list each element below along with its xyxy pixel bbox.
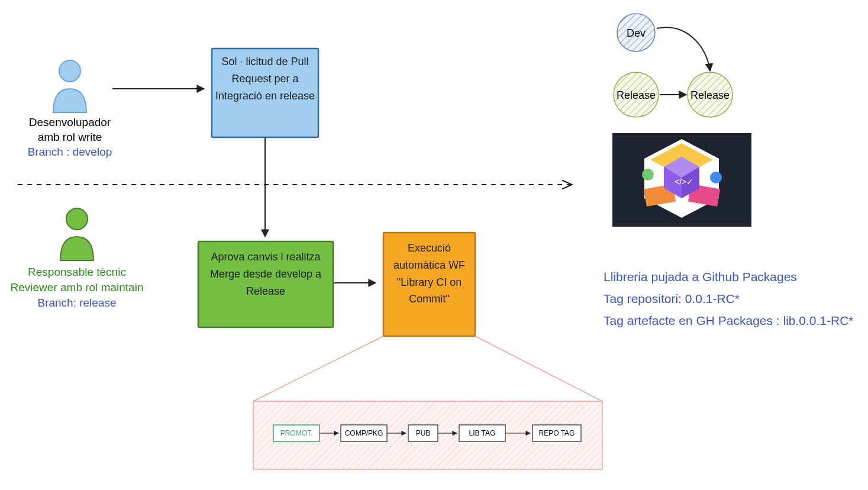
reviewer-actor <box>60 208 93 260</box>
branch-dev-label: Dev <box>627 27 646 39</box>
pr-request-text: Sol · licitud de Pull Request per a Inte… <box>215 53 315 104</box>
zoom-line-left <box>253 336 383 401</box>
pipeline-step-4: LIB TAG <box>469 429 496 437</box>
svg-text:✓: ✓ <box>686 177 693 186</box>
svg-point-8 <box>66 208 88 230</box>
svg-point-6 <box>59 60 80 82</box>
reviewer-subtitle: Reviewer amb rol maintain <box>11 281 144 294</box>
pipeline-step-1: PROMOT. <box>280 429 313 437</box>
developer-branch: Branch : develop <box>28 146 112 158</box>
svg-point-30 <box>642 169 654 180</box>
developer-title: Desenvolupador <box>29 116 111 128</box>
approve-merge-box: Aprova canvis i realitza Merge desde dev… <box>198 241 333 327</box>
developer-actor <box>53 60 86 112</box>
branch-release1-label: Release <box>617 89 656 101</box>
github-actions-card: </> ✓ <box>612 133 751 227</box>
reviewer-branch: Branch: release <box>37 296 116 309</box>
execute-wf-box: Execució automàtica WF "Library CI on Co… <box>383 233 475 336</box>
result-text: Llibreria pujada a Github Packages Tag r… <box>604 270 854 327</box>
diagram-root: Desenvolupador amb rol write Branch : de… <box>0 0 868 490</box>
result-line1: Llibreria pujada a Github Packages <box>604 270 797 283</box>
result-line3: Tag artefacte en GH Packages : lib.0.0.1… <box>604 314 854 327</box>
approve-merge-text: Aprova canvis i realitza Merge desde dev… <box>201 249 330 299</box>
pipeline-step-3: PUB <box>416 429 431 437</box>
developer-subtitle: amb rol write <box>38 131 102 143</box>
svg-point-31 <box>710 172 722 183</box>
pr-request-box: Sol · licitud de Pull Request per a Inte… <box>212 49 318 137</box>
execute-wf-text: Execució automàtica WF "Library CI on Co… <box>386 240 472 308</box>
pipeline-steps: PROMOT. COMP/PKG PUB LIB TAG REPO TAG <box>273 425 581 441</box>
zoom-line-right <box>475 336 602 401</box>
pipeline-step-5: REPO TAG <box>539 429 575 437</box>
branch-release2-label: Release <box>690 89 730 101</box>
branch-graph: Dev Release Release <box>614 14 733 117</box>
svg-text:</>: </> <box>675 177 686 186</box>
pipeline-step-2: COMP/PKG <box>345 429 383 437</box>
reviewer-title: Responsable tècnic <box>28 266 126 278</box>
result-line2: Tag repositori: 0.0.1-RC* <box>604 292 740 305</box>
